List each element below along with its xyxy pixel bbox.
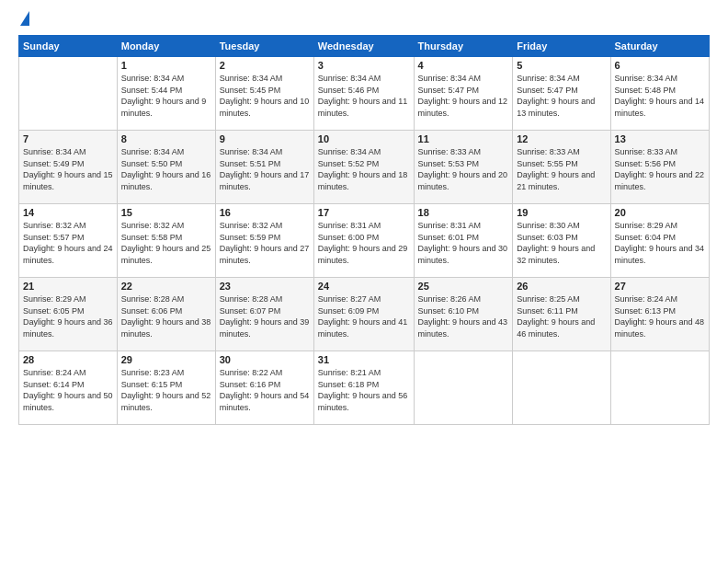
day-number: 9 [220,133,310,144]
day-info: Sunrise: 8:32 AM Sunset: 5:57 PM Dayligh… [23,220,113,266]
day-info: Sunrise: 8:34 AM Sunset: 5:47 PM Dayligh… [517,73,606,119]
day-info: Sunrise: 8:33 AM Sunset: 5:53 PM Dayligh… [418,146,509,192]
header-wednesday: Wednesday [313,36,414,57]
day-number: 21 [23,281,113,292]
calendar-cell: 1Sunrise: 8:34 AM Sunset: 5:44 PM Daylig… [117,57,215,131]
day-info: Sunrise: 8:34 AM Sunset: 5:44 PM Dayligh… [121,73,211,119]
calendar-cell: 14Sunrise: 8:32 AM Sunset: 5:57 PM Dayli… [19,204,118,278]
day-number: 1 [121,60,211,71]
day-number: 29 [121,354,211,365]
calendar-cell: 25Sunrise: 8:26 AM Sunset: 6:10 PM Dayli… [414,278,513,351]
day-info: Sunrise: 8:34 AM Sunset: 5:52 PM Dayligh… [318,146,410,192]
day-info: Sunrise: 8:31 AM Sunset: 6:00 PM Dayligh… [318,220,410,266]
day-number: 18 [418,207,509,218]
days-header-row: Sunday Monday Tuesday Wednesday Thursday… [19,36,710,57]
day-number: 24 [318,281,410,292]
day-info: Sunrise: 8:24 AM Sunset: 6:14 PM Dayligh… [23,367,113,413]
calendar-cell: 28Sunrise: 8:24 AM Sunset: 6:14 PM Dayli… [19,351,118,425]
calendar-cell: 5Sunrise: 8:34 AM Sunset: 5:47 PM Daylig… [513,57,610,131]
calendar-cell: 24Sunrise: 8:27 AM Sunset: 6:09 PM Dayli… [313,278,414,351]
calendar-cell: 11Sunrise: 8:33 AM Sunset: 5:53 PM Dayli… [414,131,513,204]
calendar-cell: 7Sunrise: 8:34 AM Sunset: 5:49 PM Daylig… [19,131,118,204]
day-number: 15 [121,207,211,218]
header-monday: Monday [117,36,215,57]
calendar-cell: 3Sunrise: 8:34 AM Sunset: 5:46 PM Daylig… [313,57,414,131]
calendar-cell: 30Sunrise: 8:22 AM Sunset: 6:16 PM Dayli… [215,351,313,425]
day-info: Sunrise: 8:31 AM Sunset: 6:01 PM Dayligh… [418,220,509,266]
day-info: Sunrise: 8:26 AM Sunset: 6:10 PM Dayligh… [418,293,509,339]
day-number: 31 [318,354,410,365]
day-number: 3 [318,60,410,71]
calendar-cell: 15Sunrise: 8:32 AM Sunset: 5:58 PM Dayli… [117,204,215,278]
day-number: 4 [418,60,509,71]
day-info: Sunrise: 8:34 AM Sunset: 5:46 PM Dayligh… [318,73,410,119]
day-number: 27 [615,281,705,292]
day-info: Sunrise: 8:33 AM Sunset: 5:55 PM Dayligh… [517,146,606,192]
day-number: 13 [615,133,705,144]
header-thursday: Thursday [414,36,513,57]
day-info: Sunrise: 8:33 AM Sunset: 5:56 PM Dayligh… [615,146,705,192]
day-info: Sunrise: 8:23 AM Sunset: 6:15 PM Dayligh… [121,367,211,413]
day-number: 22 [121,281,211,292]
day-number: 20 [615,207,705,218]
calendar-cell: 26Sunrise: 8:25 AM Sunset: 6:11 PM Dayli… [513,278,610,351]
calendar-cell: 12Sunrise: 8:33 AM Sunset: 5:55 PM Dayli… [513,131,610,204]
calendar-cell: 17Sunrise: 8:31 AM Sunset: 6:00 PM Dayli… [313,204,414,278]
calendar-cell: 6Sunrise: 8:34 AM Sunset: 5:48 PM Daylig… [610,57,709,131]
day-info: Sunrise: 8:34 AM Sunset: 5:48 PM Dayligh… [615,73,705,119]
day-info: Sunrise: 8:34 AM Sunset: 5:49 PM Dayligh… [23,146,113,192]
logo [18,15,29,26]
calendar-cell: 13Sunrise: 8:33 AM Sunset: 5:56 PM Dayli… [610,131,709,204]
day-info: Sunrise: 8:32 AM Sunset: 5:58 PM Dayligh… [121,220,211,266]
calendar-cell: 29Sunrise: 8:23 AM Sunset: 6:15 PM Dayli… [117,351,215,425]
day-number: 14 [23,207,113,218]
day-number: 16 [220,207,310,218]
calendar-cell [513,351,610,425]
calendar-cell [414,351,513,425]
day-number: 6 [615,60,705,71]
header-saturday: Saturday [610,36,709,57]
calendar-cell: 19Sunrise: 8:30 AM Sunset: 6:03 PM Dayli… [513,204,610,278]
day-info: Sunrise: 8:22 AM Sunset: 6:16 PM Dayligh… [220,367,310,413]
day-number: 7 [23,133,113,144]
day-info: Sunrise: 8:27 AM Sunset: 6:09 PM Dayligh… [318,293,410,339]
day-info: Sunrise: 8:28 AM Sunset: 6:06 PM Dayligh… [121,293,211,339]
calendar-cell: 22Sunrise: 8:28 AM Sunset: 6:06 PM Dayli… [117,278,215,351]
day-info: Sunrise: 8:34 AM Sunset: 5:51 PM Dayligh… [220,146,310,192]
calendar-cell: 8Sunrise: 8:34 AM Sunset: 5:50 PM Daylig… [117,131,215,204]
header-friday: Friday [513,36,610,57]
calendar-cell: 18Sunrise: 8:31 AM Sunset: 6:01 PM Dayli… [414,204,513,278]
day-number: 17 [318,207,410,218]
calendar-cell: 4Sunrise: 8:34 AM Sunset: 5:47 PM Daylig… [414,57,513,131]
day-number: 5 [517,60,606,71]
day-info: Sunrise: 8:28 AM Sunset: 6:07 PM Dayligh… [220,293,310,339]
calendar-cell: 9Sunrise: 8:34 AM Sunset: 5:51 PM Daylig… [215,131,313,204]
calendar-cell: 31Sunrise: 8:21 AM Sunset: 6:18 PM Dayli… [313,351,414,425]
day-info: Sunrise: 8:21 AM Sunset: 6:18 PM Dayligh… [318,367,410,413]
calendar-cell: 16Sunrise: 8:32 AM Sunset: 5:59 PM Dayli… [215,204,313,278]
header-tuesday: Tuesday [215,36,313,57]
calendar-cell: 21Sunrise: 8:29 AM Sunset: 6:05 PM Dayli… [19,278,118,351]
day-number: 19 [517,207,606,218]
header [18,15,710,26]
calendar-cell: 20Sunrise: 8:29 AM Sunset: 6:04 PM Dayli… [610,204,709,278]
header-sunday: Sunday [19,36,118,57]
day-number: 12 [517,133,606,144]
day-info: Sunrise: 8:25 AM Sunset: 6:11 PM Dayligh… [517,293,606,339]
calendar: Sunday Monday Tuesday Wednesday Thursday… [18,35,710,425]
calendar-cell: 23Sunrise: 8:28 AM Sunset: 6:07 PM Dayli… [215,278,313,351]
day-info: Sunrise: 8:34 AM Sunset: 5:50 PM Dayligh… [121,146,211,192]
page: Sunday Monday Tuesday Wednesday Thursday… [0,0,728,563]
day-info: Sunrise: 8:34 AM Sunset: 5:47 PM Dayligh… [418,73,509,119]
calendar-cell: 27Sunrise: 8:24 AM Sunset: 6:13 PM Dayli… [610,278,709,351]
calendar-cell [610,351,709,425]
calendar-cell: 10Sunrise: 8:34 AM Sunset: 5:52 PM Dayli… [313,131,414,204]
day-info: Sunrise: 8:24 AM Sunset: 6:13 PM Dayligh… [615,293,705,339]
day-number: 28 [23,354,113,365]
day-number: 10 [318,133,410,144]
day-number: 25 [418,281,509,292]
day-info: Sunrise: 8:30 AM Sunset: 6:03 PM Dayligh… [517,220,606,266]
day-info: Sunrise: 8:34 AM Sunset: 5:45 PM Dayligh… [220,73,310,119]
day-info: Sunrise: 8:32 AM Sunset: 5:59 PM Dayligh… [220,220,310,266]
calendar-cell: 2Sunrise: 8:34 AM Sunset: 5:45 PM Daylig… [215,57,313,131]
